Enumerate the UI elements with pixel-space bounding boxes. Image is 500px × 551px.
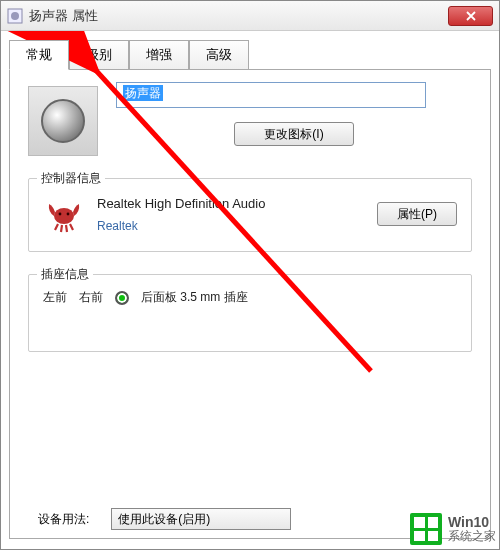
controller-name: Realtek High Definition Audio xyxy=(97,196,377,211)
controller-info-group: 控制器信息 Realtek High Definition xyxy=(28,178,472,252)
device-name-input[interactable]: 扬声器 xyxy=(116,82,426,108)
properties-dialog: 扬声器 属性 常规 级别 增强 高级 扬声器 更改图标(I) xyxy=(0,0,500,550)
tab-strip: 常规 级别 增强 高级 xyxy=(9,39,491,69)
device-usage-row: 设备用法: 使用此设备(启用) xyxy=(38,508,291,530)
tab-enhancements[interactable]: 增强 xyxy=(129,40,189,70)
realtek-crab-icon xyxy=(43,193,85,235)
svg-point-1 xyxy=(11,12,19,20)
change-icon-button[interactable]: 更改图标(I) xyxy=(234,122,354,146)
tab-panel-general: 扬声器 更改图标(I) 控制器信息 xyxy=(9,69,491,539)
device-usage-select[interactable]: 使用此设备(启用) xyxy=(111,508,291,530)
app-icon xyxy=(7,8,23,24)
device-usage-label: 设备用法: xyxy=(38,511,89,528)
tab-levels[interactable]: 级别 xyxy=(69,40,129,70)
titlebar[interactable]: 扬声器 属性 xyxy=(1,1,499,31)
speaker-icon xyxy=(41,99,85,143)
dialog-content: 常规 级别 增强 高级 扬声器 更改图标(I) 控制器信息 xyxy=(1,31,499,549)
close-icon xyxy=(466,11,476,21)
window-title: 扬声器 属性 xyxy=(29,7,448,25)
svg-point-2 xyxy=(54,208,74,224)
device-name-text: 扬声器 xyxy=(123,85,163,101)
controller-vendor-link[interactable]: Realtek xyxy=(97,219,377,233)
jack-color-indicator xyxy=(115,291,129,305)
svg-point-4 xyxy=(67,213,70,216)
device-icon xyxy=(28,86,98,156)
jack-right-front-label: 右前 xyxy=(79,289,103,306)
tab-general[interactable]: 常规 xyxy=(9,40,69,70)
jack-description: 后面板 3.5 mm 插座 xyxy=(141,289,248,306)
jack-left-front-label: 左前 xyxy=(43,289,67,306)
device-usage-value: 使用此设备(启用) xyxy=(118,511,210,528)
close-button[interactable] xyxy=(448,6,493,26)
jack-legend: 插座信息 xyxy=(37,266,93,283)
controller-properties-button[interactable]: 属性(P) xyxy=(377,202,457,226)
controller-legend: 控制器信息 xyxy=(37,170,105,187)
tab-advanced[interactable]: 高级 xyxy=(189,40,249,70)
jack-info-group: 插座信息 左前 右前 后面板 3.5 mm 插座 xyxy=(28,274,472,352)
svg-point-3 xyxy=(59,213,62,216)
